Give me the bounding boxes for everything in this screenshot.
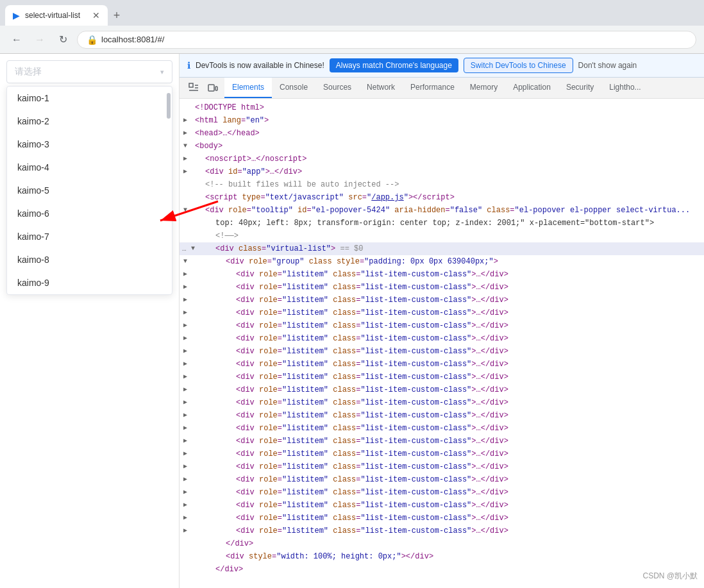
back-button[interactable]: ←	[8, 31, 26, 49]
code-line-listitem: ▶<div role="listitem" class="list-item-c…	[180, 345, 704, 358]
devtools-tabs: Elements Console Sources Network Perform…	[180, 78, 704, 99]
browser-tab[interactable]: ▶ select-virtual-list ✕	[5, 5, 108, 26]
tab-console[interactable]: Console	[272, 78, 315, 98]
code-line-comment-autoinject: <!-- built files will be auto injected -…	[180, 178, 704, 191]
svg-rect-6	[208, 85, 214, 91]
inspect-icon-button[interactable]	[185, 79, 203, 97]
tab-network[interactable]: Network	[359, 78, 403, 98]
tab-sources[interactable]: Sources	[315, 78, 359, 98]
devtools-panel: ℹ DevTools is now available in Chinese! …	[180, 54, 704, 588]
code-line-listitem: ▶<div role="listitem" class="list-item-c…	[180, 371, 704, 383]
list-item[interactable]: kaimo-9	[7, 271, 172, 294]
list-item[interactable]: kaimo-6	[7, 202, 172, 225]
code-line-html: ▶ <html lang="en">	[180, 114, 704, 127]
list-item[interactable]: kaimo-4	[7, 156, 172, 179]
select-placeholder: 请选择	[15, 66, 42, 78]
code-line-body-open: ▼ <body>	[180, 140, 704, 153]
code-line-listitem: ▶<div role="listitem" class="list-item-c…	[180, 268, 704, 281]
code-line-listitem: ▶<div role="listitem" class="list-item-c…	[180, 499, 704, 512]
code-line-doctype: <!DOCTYPE html>	[180, 101, 704, 114]
list-item[interactable]: kaimo-8	[7, 248, 172, 271]
banner-message: DevTools is now available in Chinese!	[196, 61, 324, 70]
tab-performance[interactable]: Performance	[403, 78, 462, 98]
code-line-close-div2: </div>	[180, 563, 704, 576]
code-line-listitem: ▶<div role="listitem" class="list-item-c…	[180, 422, 704, 435]
nav-bar: ← → ↻ 🔒 localhost:8081/#/	[0, 26, 704, 54]
code-line-height-div: <div style="width: 100%; height: 0px;"><…	[180, 550, 704, 563]
switch-language-button[interactable]: Switch DevTools to Chinese	[464, 58, 573, 73]
tab-bar: ▶ select-virtual-list ✕ +	[0, 0, 704, 26]
vue-app-panel: 请选择 ▾ kaimo-1 kaimo-2 kaimo-3 kaimo-4 ka…	[0, 54, 180, 588]
tab-title: select-virtual-list	[25, 11, 87, 20]
more-options-button[interactable]: …	[182, 243, 187, 255]
code-line-noscript: ▶ <noscript>…</noscript>	[180, 153, 704, 165]
address-bar[interactable]: 🔒 localhost:8081/#/	[77, 31, 696, 49]
code-line-div-app: ▶ <div id="app">…</div>	[180, 165, 704, 178]
browser-window: ▶ select-virtual-list ✕ + ← → ↻ 🔒 localh…	[0, 0, 704, 54]
device-toggle-button[interactable]	[204, 79, 222, 97]
code-line-listitem: ▶<div role="listitem" class="list-item-c…	[180, 525, 704, 537]
code-line-popover: ▼ <div role="tooltip" id="el-popover-542…	[180, 204, 704, 217]
list-item[interactable]: kaimo-5	[7, 179, 172, 202]
dropdown-panel: kaimo-1 kaimo-2 kaimo-3 kaimo-4 kaimo-5 …	[6, 86, 172, 295]
forward-button[interactable]: →	[31, 31, 49, 49]
tab-favicon: ▶	[13, 10, 20, 21]
code-line-listitem: ▶<div role="listitem" class="list-item-c…	[180, 396, 704, 409]
code-line-script: <script type="text/javascript" src="/app…	[180, 191, 704, 204]
svg-rect-7	[215, 87, 217, 90]
list-item[interactable]: kaimo-1	[7, 87, 172, 110]
reload-button[interactable]: ↻	[54, 31, 72, 49]
code-line-listitem: ▶<div role="listitem" class="list-item-c…	[180, 435, 704, 448]
url-text: localhost:8081/#/	[101, 35, 164, 44]
tab-elements[interactable]: Elements	[224, 78, 272, 98]
code-line-virtual-list[interactable]: … ▼ <div class="virtual-list"> == $0	[180, 242, 704, 255]
tab-application[interactable]: Application	[505, 78, 558, 98]
code-line-listitem: ▶<div role="listitem" class="list-item-c…	[180, 332, 704, 345]
doctype-text: <!DOCTYPE html>	[195, 102, 264, 113]
code-line-listitem: ▶<div role="listitem" class="list-item-c…	[180, 383, 704, 396]
main-content: 请选择 ▾ kaimo-1 kaimo-2 kaimo-3 kaimo-4 ka…	[0, 54, 704, 588]
watermark: CSDN @凯小默	[642, 571, 698, 582]
tab-close-button[interactable]: ✕	[92, 10, 100, 21]
dismiss-banner-button[interactable]: Don't show again	[578, 61, 637, 70]
select-input[interactable]: 请选择 ▾	[6, 60, 172, 83]
code-line-listitem: ▶<div role="listitem" class="list-item-c…	[180, 512, 704, 525]
code-line-listitem: ▶<div role="listitem" class="list-item-c…	[180, 358, 704, 371]
info-icon: ℹ	[187, 60, 190, 71]
code-line-listitem: ▶<div role="listitem" class="list-item-c…	[180, 319, 704, 332]
code-line-listitem: ▶<div role="listitem" class="list-item-c…	[180, 473, 704, 486]
scrollbar-thumb[interactable]	[167, 93, 171, 119]
list-item[interactable]: kaimo-2	[7, 110, 172, 133]
select-arrow-icon: ▾	[160, 68, 164, 76]
code-line-listitem: ▶<div role="listitem" class="list-item-c…	[180, 307, 704, 319]
tab-memory[interactable]: Memory	[462, 78, 505, 98]
new-tab-button[interactable]: +	[108, 6, 126, 24]
list-item[interactable]: kaimo-7	[7, 225, 172, 248]
code-line-comment-dash: <!——>	[180, 230, 704, 242]
code-line-close-div: </div>	[180, 537, 704, 550]
devtools-tab-icons	[182, 79, 224, 97]
code-line-group-div: ▼ <div role="group" class style="padding…	[180, 255, 704, 268]
code-line-head: ▶ <head>…</head>	[180, 127, 704, 140]
code-line-listitem: ▶<div role="listitem" class="list-item-c…	[180, 448, 704, 460]
devtools-banner: ℹ DevTools is now available in Chinese! …	[180, 54, 704, 78]
code-line-listitem: ▶<div role="listitem" class="list-item-c…	[180, 294, 704, 307]
svg-rect-2	[189, 83, 193, 87]
code-line-listitem: ▶<div role="listitem" class="list-item-c…	[180, 486, 704, 499]
tab-lighthouse[interactable]: Lightho...	[601, 78, 648, 98]
devtools-code-panel[interactable]: <!DOCTYPE html> ▶ <html lang="en"> ▶ <he…	[180, 99, 704, 588]
code-line-listitem: ▶<div role="listitem" class="list-item-c…	[180, 409, 704, 422]
code-line-listitem: ▶<div role="listitem" class="list-item-c…	[180, 281, 704, 294]
language-match-button[interactable]: Always match Chrome's language	[330, 58, 458, 72]
list-item[interactable]: kaimo-3	[7, 133, 172, 156]
code-line-listitem: ▶<div role="listitem" class="list-item-c…	[180, 460, 704, 473]
tab-security[interactable]: Security	[558, 78, 601, 98]
code-line-style-attr: top: 40px; left: 8px; transform-origin: …	[180, 217, 704, 230]
lock-icon: 🔒	[87, 35, 97, 45]
